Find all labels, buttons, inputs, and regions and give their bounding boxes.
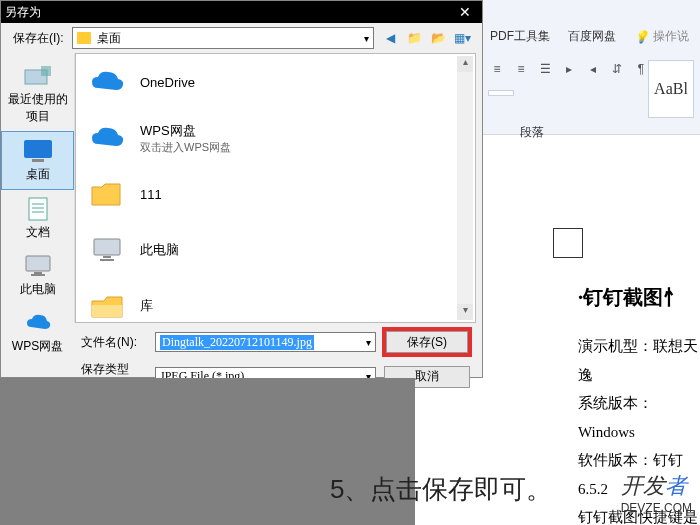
cloud-icon (88, 64, 128, 100)
pc-icon (88, 232, 128, 268)
list-item[interactable]: WPS网盘 双击进入WPS网盘 (76, 110, 475, 166)
shortcut-label: 最近使用的项目 (3, 91, 72, 125)
document-canvas: ·钉钉截图忄 演示机型：联想天逸 系统版本：Windows 软件版本：钉钉 6.… (483, 148, 700, 525)
lookin-combo[interactable]: 桌面 ▾ (72, 27, 374, 49)
new-folder-icon[interactable]: 📂 (430, 30, 446, 46)
file-name: 111 (140, 187, 162, 202)
outdent-icon[interactable]: ◂ (584, 60, 602, 78)
filename-label: 文件名(N): (81, 334, 147, 351)
shortcut-label: 桌面 (26, 166, 50, 183)
watermark-text: 者 (665, 473, 687, 498)
svg-rect-8 (26, 256, 50, 271)
view-menu-icon[interactable]: ▦▾ (454, 30, 470, 46)
chevron-down-icon: ▾ (364, 33, 369, 44)
indent-icon[interactable]: ▸ (560, 60, 578, 78)
scroll-up-icon[interactable]: ▴ (457, 56, 473, 72)
tab-pdf-tools[interactable]: PDF工具集 (490, 28, 550, 45)
filename-input[interactable]: Dingtalk_20220712101149.jpg ▾ (155, 332, 376, 352)
shortcut-label: 此电脑 (20, 281, 56, 298)
sort-icon[interactable]: ⇵ (608, 60, 626, 78)
font-family-dropdown[interactable] (488, 90, 514, 96)
save-button[interactable]: 保存(S) (386, 331, 468, 353)
list-item[interactable]: OneDrive (76, 54, 475, 110)
up-folder-icon[interactable]: 📁 (406, 30, 422, 46)
list-item[interactable]: 111 (76, 166, 475, 222)
shortcut-recent[interactable]: 最近使用的项目 (1, 57, 74, 131)
file-name: WPS网盘 (140, 122, 231, 140)
file-name: 库 (140, 297, 153, 315)
list-item[interactable]: 库 (76, 278, 475, 323)
paragraph-group-label: 段落 (520, 124, 544, 141)
shortcut-label: WPS网盘 (12, 338, 63, 355)
scroll-down-icon[interactable]: ▾ (457, 304, 473, 320)
style-preview[interactable]: AaBl (648, 60, 694, 118)
cloud-icon (88, 120, 128, 156)
lightbulb-icon: 💡 (634, 30, 649, 44)
shortcut-bar: 最近使用的项目 桌面 文档 此电脑 WPS网盘 (1, 53, 75, 323)
doc-line: 演示机型：联想天逸 (578, 332, 700, 389)
scrollbar[interactable]: ▴ ▾ (457, 56, 473, 320)
doc-line: 系统版本：Windows (578, 389, 700, 446)
back-icon[interactable]: ◀ (382, 30, 398, 46)
help-tip[interactable]: 操作说 (653, 28, 689, 45)
svg-rect-11 (94, 239, 120, 255)
shortcut-wps-drive[interactable]: WPS网盘 (1, 304, 74, 361)
file-name: 此电脑 (140, 241, 179, 259)
svg-rect-4 (29, 198, 47, 220)
library-icon (88, 288, 128, 323)
doc-heading: ·钉钉截图忄 (578, 278, 700, 316)
doc-placeholder-box (553, 228, 583, 258)
folder-icon (77, 32, 91, 44)
svg-rect-1 (41, 66, 51, 76)
chevron-down-icon: ▾ (366, 337, 371, 348)
file-list-pane[interactable]: OneDrive WPS网盘 双击进入WPS网盘 111 此电脑 库 (75, 53, 476, 323)
watermark-text: 开发 (621, 473, 665, 498)
instruction-caption: 5、点击保存即可。 (330, 472, 552, 507)
shortcut-desktop[interactable]: 桌面 (1, 131, 74, 190)
svg-rect-14 (92, 305, 122, 317)
lookin-label: 保存在(I): (13, 30, 64, 47)
watermark: 开发者 DEVZE.COM (621, 471, 692, 515)
svg-rect-10 (31, 274, 45, 276)
svg-rect-13 (100, 259, 114, 261)
file-subtitle: 双击进入WPS网盘 (140, 140, 231, 155)
close-icon[interactable]: ✕ (452, 4, 478, 20)
list-item[interactable]: 此电脑 (76, 222, 475, 278)
ribbon-tabs: PDF工具集 百度网盘 💡 操作说 (490, 28, 700, 45)
shortcut-documents[interactable]: 文档 (1, 190, 74, 247)
save-as-dialog: 另存为 ✕ 保存在(I): 桌面 ▾ ◀ 📁 📂 ▦▾ 最近使用的项目 桌面 (0, 0, 483, 378)
filename-value: Dingtalk_20220712101149.jpg (160, 335, 314, 350)
tab-baidu-netdisk[interactable]: 百度网盘 (568, 28, 616, 45)
dialog-topbar: 保存在(I): 桌面 ▾ ◀ 📁 📂 ▦▾ (1, 23, 482, 53)
shortcut-this-pc[interactable]: 此电脑 (1, 247, 74, 304)
lookin-value: 桌面 (97, 30, 121, 47)
svg-rect-3 (32, 159, 44, 162)
watermark-url: DEVZE.COM (621, 501, 692, 515)
dialog-titlebar: 另存为 ✕ (1, 1, 482, 23)
svg-rect-2 (24, 140, 52, 158)
shortcut-label: 文档 (26, 224, 50, 241)
align-center-icon[interactable]: ≡ (512, 60, 530, 78)
dialog-title: 另存为 (5, 4, 41, 21)
folder-icon (88, 176, 128, 212)
file-name: OneDrive (140, 75, 195, 90)
align-left-icon[interactable]: ≡ (488, 60, 506, 78)
list-icon[interactable]: ☰ (536, 60, 554, 78)
svg-rect-12 (103, 256, 111, 258)
svg-rect-9 (34, 272, 42, 274)
